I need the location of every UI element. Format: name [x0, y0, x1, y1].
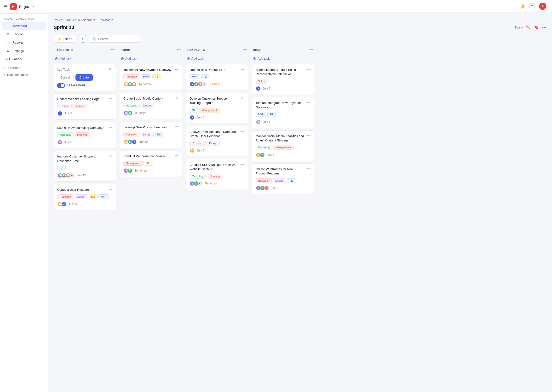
task-title: Analyze User Research Data and Create Us… [189, 130, 239, 138]
create-more-toggle[interactable] [57, 83, 65, 88]
sidebar-item-backlog[interactable]: ≡Backlog [2, 30, 46, 38]
bookmark-icon[interactable]: 🔖 [534, 25, 539, 30]
search-icon: 🔍 [92, 37, 96, 41]
project-dropdown-icon[interactable]: ▾ [33, 5, 34, 8]
task-menu-icon[interactable]: ••• [241, 96, 245, 100]
filter-label: Filter [63, 37, 70, 41]
add-task-form: 👁 Cancel Create CREATE MORE [54, 64, 116, 91]
task-tags: ResearchMVPBiz [123, 74, 179, 79]
sidebar-item-labels[interactable]: 🏷Labels [2, 55, 46, 63]
sidebar-shortcuts: •Documentation [0, 71, 48, 78]
task-menu-icon[interactable]: ••• [307, 67, 311, 71]
col-title-for-review: FOR REVIEW [187, 49, 205, 51]
task-card[interactable]: Schedule and Conduct Sales Representativ… [252, 64, 314, 95]
task-card[interactable]: Launch New Product Line ••• MVPFE AKR+2 … [186, 64, 248, 91]
task-card[interactable]: Implement New Payment Gateway ••• Resear… [120, 64, 182, 91]
sidebar-item-reports[interactable]: 📊Reports [2, 38, 46, 46]
task-card[interactable]: Develop Customer Support Training Progra… [186, 93, 248, 124]
task-date: July 12 [77, 174, 86, 177]
sidebar-item-taskboard[interactable]: ⊞Taskboard [2, 22, 46, 30]
sidebar-item-settings[interactable]: ⚙Settings [2, 47, 46, 55]
task-card[interactable]: Conduct SEO Audit and Optimize Website C… [186, 159, 248, 190]
task-menu-icon[interactable]: ••• [241, 129, 245, 133]
task-card[interactable]: Conduct User Research ••• ResearchDesign… [54, 184, 116, 210]
col-title-doing: DOING [121, 49, 130, 51]
task-menu-icon[interactable]: ••• [307, 133, 311, 138]
task-footer: WKJ July 12 [123, 139, 179, 145]
task-tag: FE [201, 74, 209, 79]
eye-icon[interactable]: 👁 [109, 67, 113, 71]
task-card[interactable]: Improve Customer Support Response Time •… [54, 151, 116, 182]
task-menu-icon[interactable]: ••• [307, 100, 311, 105]
task-title: Develop New Product Features [123, 125, 172, 129]
task-menu-icon[interactable]: ••• [174, 67, 179, 71]
cancel-button[interactable]: Cancel [57, 74, 73, 81]
task-card[interactable]: Monitor Social Media Analytics and Adjus… [252, 130, 314, 161]
task-tags: ResearchDesign [189, 141, 245, 146]
create-button[interactable]: Create [75, 74, 93, 81]
task-menu-icon[interactable]: ••• [108, 125, 112, 129]
task-menu-icon[interactable]: ••• [174, 154, 179, 158]
col-menu-done[interactable]: ••• [309, 47, 313, 52]
task-menu-icon[interactable]: ••• [307, 167, 311, 171]
task-tag: Biz [145, 161, 153, 166]
task-card[interactable]: Update Website Landing Page ••• DesignPl… [54, 93, 116, 120]
logo-icon: K [10, 3, 17, 10]
edit-icon[interactable]: ✏️ [526, 25, 531, 30]
filter-button[interactable]: ⚡ Filter ▾ [54, 35, 76, 42]
task-avatars: SKR [256, 185, 269, 191]
task-tag: Planning [75, 132, 90, 137]
task-card[interactable]: Analyze User Research Data and Create Us… [186, 126, 248, 157]
reports-icon: 📊 [6, 40, 10, 44]
add-task-row-backlog[interactable]: ⊕Add task [54, 55, 116, 62]
col-count-done: 1 [263, 49, 265, 51]
task-footer: SKR+2 July 12 [57, 173, 112, 178]
col-menu-doing[interactable]: ••• [177, 47, 181, 52]
task-card[interactable]: Launch New Marketing Campaign ••• Market… [54, 122, 116, 148]
task-menu-icon[interactable]: ••• [108, 97, 112, 101]
task-footer: J July 6 [256, 86, 311, 91]
add-task-input[interactable] [57, 68, 109, 71]
add-task-row-done[interactable]: ⊕Add task [252, 55, 314, 62]
sidebar-item-label: Reports [13, 41, 23, 44]
task-card[interactable]: Conduct Performance Review ••• Managemen… [120, 151, 182, 177]
add-filter-button[interactable]: + [79, 35, 86, 42]
task-menu-icon[interactable]: ••• [241, 67, 245, 71]
breadcrumb-taskboard[interactable]: Taskboard [99, 18, 113, 22]
hamburger-icon[interactable]: ☰ [4, 4, 8, 9]
add-task-row-for-review[interactable]: ⊕Add task [186, 55, 248, 62]
notification-icon[interactable]: 🔔 [520, 4, 525, 9]
shortcut-documentation[interactable]: •Documentation [0, 71, 48, 78]
col-menu-backlog[interactable]: ••• [110, 47, 115, 52]
task-menu-icon[interactable]: ••• [174, 96, 179, 100]
task-title: Update Website Landing Page [57, 97, 106, 101]
task-avatars: SK+2 [189, 181, 203, 186]
add-task-row-doing[interactable]: ⊕Add task [120, 55, 182, 62]
task-tag: Planning [207, 174, 222, 179]
task-card[interactable]: Create Social Media Content ••• Marketin… [120, 93, 182, 119]
task-menu-icon[interactable]: ••• [174, 125, 179, 129]
col-title-backlog: BACKLOG [55, 49, 69, 51]
task-menu-icon[interactable]: ••• [108, 187, 112, 191]
help-icon[interactable]: ? [529, 3, 535, 9]
project-label[interactable]: Project [19, 5, 30, 9]
task-card[interactable]: Develop New Product Features ••• Researc… [120, 122, 182, 148]
avatar: K [128, 168, 133, 173]
user-avatar[interactable]: A [539, 3, 546, 10]
task-tags: CXManagement [189, 108, 245, 112]
task-card[interactable]: Create Wireframes for New Product Featur… [252, 163, 314, 194]
task-menu-icon[interactable]: ••• [241, 162, 245, 167]
share-button[interactable]: Share [514, 26, 523, 29]
more-options-icon[interactable]: ••• [542, 25, 546, 30]
col-menu-for-review[interactable]: ••• [243, 47, 247, 52]
breadcrumb-project[interactable]: Project [54, 18, 63, 22]
task-tag: FE [267, 112, 276, 117]
task-tags: MarketingPlanning [57, 132, 112, 137]
avatar: K [260, 152, 265, 157]
breadcrumb-workspace[interactable]: Klever Development [67, 18, 95, 22]
search-input[interactable] [98, 37, 138, 41]
task-card[interactable]: Test and Integrate New Payment Gateway •… [252, 97, 314, 128]
avatar: G [256, 119, 261, 125]
task-menu-icon[interactable]: ••• [108, 154, 112, 158]
task-avatars: WKJ [123, 139, 137, 145]
